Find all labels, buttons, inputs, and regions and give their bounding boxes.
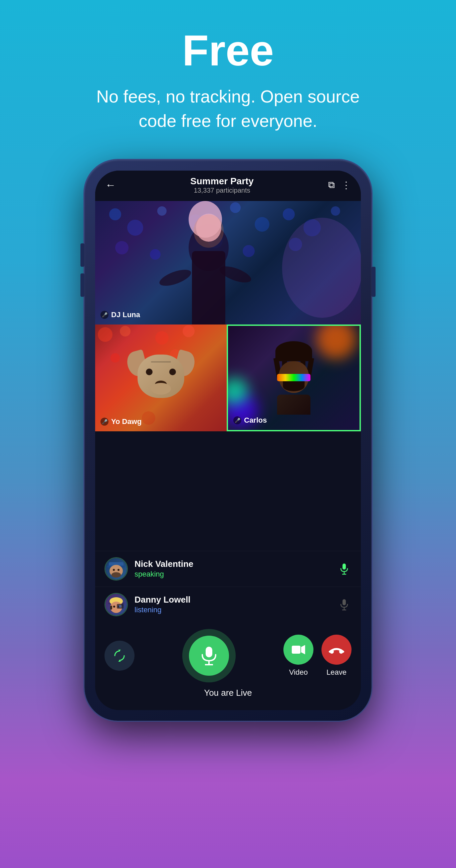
volume-up-button <box>81 243 85 267</box>
video-area: 🎤 DJ Luna <box>95 201 361 551</box>
svg-point-14 <box>282 218 361 318</box>
leave-button[interactable]: Leave <box>322 634 352 677</box>
carlos-label: 🎤 Carlos <box>233 416 267 425</box>
svg-point-0 <box>109 208 121 220</box>
power-button <box>371 267 375 297</box>
dj-luna-video-inner: 🎤 DJ Luna <box>95 201 361 324</box>
call-title: Summer Party <box>121 176 323 187</box>
svg-point-55 <box>339 650 343 654</box>
svg-rect-46 <box>342 599 346 605</box>
video-circle <box>283 634 313 665</box>
svg-point-5 <box>255 217 269 232</box>
svg-point-9 <box>115 241 128 254</box>
header-center: Summer Party 13,337 participants <box>121 176 323 194</box>
svg-point-2 <box>157 206 166 216</box>
video-button[interactable]: Video <box>283 634 313 677</box>
dj-luna-video[interactable]: 🎤 DJ Luna <box>95 201 361 324</box>
volume-down-button <box>81 273 85 297</box>
svg-point-1 <box>127 220 143 236</box>
nick-avatar-svg <box>105 558 127 580</box>
svg-point-21 <box>193 214 224 248</box>
dj-bokeh-bg <box>95 201 361 324</box>
svg-point-34 <box>118 569 120 571</box>
dog-video-inner: 🎤 Yo Dawg <box>95 324 227 431</box>
danny-avatar-svg <box>105 594 127 615</box>
svg-point-12 <box>243 245 255 257</box>
leave-label: Leave <box>327 668 346 677</box>
video-bottom-row: 🎤 Yo Dawg <box>95 324 361 431</box>
center-mic-outer-ring <box>182 629 236 682</box>
controls-row: Video <box>104 629 352 682</box>
svg-rect-41 <box>110 606 112 610</box>
nick-avatar <box>104 557 128 581</box>
danny-status: listening <box>134 606 330 614</box>
neon-orange <box>316 324 356 359</box>
danny-mic-indicator <box>337 597 352 612</box>
svg-rect-35 <box>342 563 346 569</box>
danny-avatar-inner <box>105 594 127 615</box>
hero-subtitle: No fees, no tracking. Open source code f… <box>78 85 378 133</box>
nick-avatar-inner <box>105 558 127 580</box>
danny-name: Danny Lowell <box>134 595 330 605</box>
svg-point-8 <box>331 206 340 216</box>
danny-avatar <box>104 593 128 616</box>
call-header: ← Summer Party 13,337 participants ⧉ ⋮ <box>95 170 361 201</box>
right-controls: Video <box>283 634 352 677</box>
carlos-video[interactable]: 🎤 Carlos <box>227 324 361 431</box>
nick-status: speaking <box>134 570 330 579</box>
flip-circle <box>104 641 134 671</box>
dj-luna-label: 🎤 DJ Luna <box>100 310 140 319</box>
header-actions: ⧉ ⋮ <box>328 180 351 191</box>
center-mic-inner-circle <box>189 636 229 676</box>
nick-mic-indicator <box>337 561 352 576</box>
svg-rect-49 <box>206 647 212 657</box>
live-status: You are Live <box>104 688 352 698</box>
nick-name: Nick Valentine <box>134 559 330 569</box>
danny-info: Danny Lowell listening <box>134 595 330 614</box>
page-background: Free No fees, no tracking. Open source c… <box>0 0 456 868</box>
video-label: Video <box>289 668 308 677</box>
svg-marker-53 <box>301 645 305 654</box>
svg-point-19 <box>158 267 193 289</box>
carlos-mic-icon: 🎤 <box>233 416 241 424</box>
svg-point-6 <box>283 208 295 220</box>
more-options-icon[interactable]: ⋮ <box>341 180 351 191</box>
svg-point-54 <box>330 650 334 654</box>
controls-area: Video <box>95 622 361 710</box>
phone-screen: ← Summer Party 13,337 participants ⧉ ⋮ <box>95 170 361 710</box>
yo-dawg-label: 🎤 Yo Dawg <box>100 417 142 426</box>
danny-mic-icon <box>339 598 349 611</box>
video-icon <box>291 643 306 656</box>
yo-dawg-mic-icon: 🎤 <box>100 417 109 426</box>
nick-info: Nick Valentine speaking <box>134 559 330 579</box>
participants-list: Nick Valentine speaking <box>95 551 361 622</box>
yo-dawg-video[interactable]: 🎤 Yo Dawg <box>95 324 227 431</box>
center-mic-icon <box>200 645 218 666</box>
participant-count: 13,337 participants <box>121 187 323 194</box>
participant-row-danny[interactable]: Danny Lowell listening <box>95 587 361 622</box>
svg-point-45 <box>119 605 122 608</box>
svg-point-4 <box>230 202 241 213</box>
phone-mockup: ← Summer Party 13,337 participants ⧉ ⋮ <box>85 160 371 721</box>
back-button[interactable]: ← <box>105 179 116 191</box>
svg-point-10 <box>150 249 160 260</box>
svg-rect-18 <box>192 251 225 324</box>
hero-title: Free <box>182 27 274 74</box>
svg-point-42 <box>113 606 115 608</box>
right-controls-row: Video <box>283 634 352 677</box>
svg-point-32 <box>112 572 121 578</box>
participant-row-nick[interactable]: Nick Valentine speaking <box>95 551 361 587</box>
svg-point-33 <box>113 569 115 571</box>
dj-luna-mic-icon: 🎤 <box>100 311 109 319</box>
svg-rect-52 <box>292 646 300 654</box>
carlos-video-inner: 🎤 Carlos <box>228 326 360 430</box>
flip-button[interactable] <box>104 641 134 671</box>
nick-mic-icon <box>339 563 349 575</box>
screen-share-icon[interactable]: ⧉ <box>328 180 335 191</box>
leave-phone-icon <box>329 644 344 655</box>
flip-icon <box>112 648 127 663</box>
leave-circle <box>322 634 352 665</box>
center-mic-button[interactable] <box>182 629 236 682</box>
